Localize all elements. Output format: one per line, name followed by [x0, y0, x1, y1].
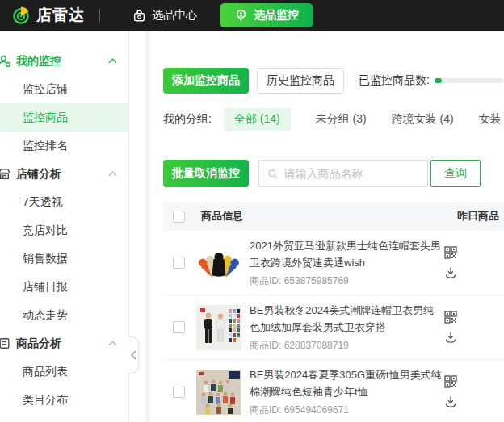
product-image[interactable] [196, 240, 242, 286]
monitored-count-label: 已监控商品数: [359, 73, 430, 88]
table-row: BE男装秋冬2024美式潮牌连帽卫衣男纯色加绒加厚套装男式卫衣穿搭 商品ID: … [163, 295, 504, 360]
sidebar-collapse-handle[interactable] [128, 336, 139, 374]
sidebar-item-competitor-compare[interactable]: 竞店对比 [0, 216, 128, 244]
group-tab-ungrouped[interactable]: 未分组 (3) [316, 112, 367, 127]
group-filter-label: 我的分组: [163, 112, 212, 127]
product-id: 商品ID: 695494069671 [250, 403, 442, 417]
select-all-checkbox[interactable] [173, 211, 185, 223]
top-header: 店雷达 选品中心 选品监控 [0, 0, 504, 31]
qrcode-icon[interactable] [444, 311, 457, 324]
sidebar-section-product-analysis[interactable]: 商品分析 [0, 329, 128, 357]
product-info: BE男装2024春夏季305G重磅t恤男美式纯棉潮牌纯色短袖青少年t恤 商品ID… [250, 366, 442, 417]
product-table: 商品信息 昨日商品 [163, 202, 504, 422]
group-tab-all[interactable]: 全部 (14) [224, 108, 291, 131]
sidebar-item-sales-data[interactable]: 销售数据 [0, 244, 128, 273]
batch-cancel-monitor-button[interactable]: 批量取消监控 [163, 160, 249, 187]
table-row: BE男装2024春夏季305G重磅t恤男美式纯棉潮牌纯色短袖青少年t恤 商品ID… [163, 360, 504, 422]
radar-icon [11, 6, 31, 25]
nav-monitor-label: 选品监控 [254, 8, 299, 23]
add-monitor-product-button[interactable]: 添加监控商品 [163, 68, 249, 94]
list-actions-bar: 批量取消监控 查询 [163, 160, 504, 187]
sidebar-item-shop-daily[interactable]: 店铺日报 [0, 273, 128, 301]
row-checkbox[interactable] [173, 321, 185, 333]
sidebar-item-monitor-rank[interactable]: 监控排名 [0, 132, 128, 160]
product-title[interactable]: 2021外贸亚马逊新款男士纯色连帽套头男卫衣跨境外贸速卖通wish [250, 237, 442, 271]
product-search-box[interactable] [258, 160, 428, 187]
product-id: 商品ID: 628837088719 [250, 339, 442, 353]
sidebar-item-monitor-product[interactable]: 监控商品 [0, 103, 128, 132]
download-icon[interactable] [444, 395, 457, 408]
sidebar-gutter [129, 31, 150, 422]
qrcode-icon[interactable] [444, 375, 457, 388]
row-checkbox[interactable] [173, 257, 185, 269]
chevron-left-icon [131, 350, 136, 360]
nav-item-selection-center[interactable]: 选品中心 [132, 8, 197, 23]
column-product-info: 商品信息 [201, 209, 243, 224]
sidebar-section-label: 店铺分析 [16, 167, 61, 182]
sidebar-item-product-list[interactable]: 商品列表 [0, 357, 128, 386]
table-row: 2021外贸亚马逊新款男士纯色连帽套头男卫衣跨境外贸速卖通wish 商品ID: … [163, 231, 504, 295]
group-tab-women[interactable]: 女装 (5) [479, 112, 504, 127]
sidebar-item-7day-view[interactable]: 7天透视 [0, 188, 128, 216]
history-monitor-product-button[interactable]: 历史监控商品 [257, 68, 344, 94]
sidebar-item-trend[interactable]: 动态走势 [0, 301, 128, 329]
search-input[interactable] [284, 167, 419, 180]
person-pin-icon [234, 9, 248, 23]
product-id: 商品ID: 653875985769 [250, 274, 442, 288]
app-root: 店雷达 选品中心 选品监控 [0, 0, 504, 422]
download-icon[interactable] [444, 266, 457, 279]
product-title[interactable]: BE男装秋冬2024美式潮牌连帽卫衣男纯色加绒加厚套装男式卫衣穿搭 [250, 302, 442, 336]
sidebar-item-monitor-shop[interactable]: 监控店铺 [0, 75, 128, 103]
column-yesterday: 昨日商品 [457, 209, 504, 224]
row-actions [444, 246, 457, 279]
query-button[interactable]: 查询 [430, 160, 481, 187]
chevron-up-icon [108, 341, 117, 346]
progress-fill [435, 78, 442, 83]
row-actions [444, 311, 457, 344]
product-info: BE男装秋冬2024美式潮牌连帽卫衣男纯色加绒加厚套装男式卫衣穿搭 商品ID: … [250, 302, 442, 353]
row-checkbox[interactable] [173, 386, 185, 398]
clipboard-icon [0, 336, 14, 350]
bag-icon [132, 9, 146, 23]
sidebar-section-shop-analysis[interactable]: 店铺分析 [0, 160, 128, 188]
group-tab-cross-border-women[interactable]: 跨境女装 (4) [392, 112, 454, 127]
sidebar-item-category-distribution[interactable]: 类目分布 [0, 386, 128, 414]
product-image[interactable] [196, 370, 242, 415]
row-actions [444, 375, 457, 408]
brand-name: 店雷达 [36, 5, 85, 26]
page-body: 我的监控 监控店铺 监控商品 监控排名 店铺分析 [0, 31, 504, 422]
qrcode-icon[interactable] [444, 246, 457, 259]
main-content: 添加监控商品 历史监控商品 已监控商品数: 我的分组: 全部 (14) 未分组 … [150, 31, 504, 422]
sidebar-section-label: 我的监控 [16, 54, 61, 69]
search-icon [267, 168, 278, 180]
toolbar: 添加监控商品 历史监控商品 已监控商品数: [163, 68, 504, 94]
product-info: 2021外贸亚马逊新款男士纯色连帽套头男卫衣跨境外贸速卖通wish 商品ID: … [250, 237, 442, 288]
group-filter-bar: 我的分组: 全部 (14) 未分组 (3) 跨境女装 (4) 女装 (5) [163, 107, 504, 132]
product-title[interactable]: BE男装2024春夏季305G重磅t恤男美式纯棉潮牌纯色短袖青少年t恤 [250, 366, 442, 400]
header-divider [99, 9, 100, 22]
brand-logo[interactable]: 店雷达 [11, 5, 85, 26]
product-image[interactable] [196, 305, 242, 350]
download-icon[interactable] [444, 331, 457, 344]
sidebar-section-my-monitor[interactable]: 我的监控 [0, 47, 128, 75]
nav-item-selection-monitor[interactable]: 选品监控 [220, 3, 313, 27]
monitored-count-progress [435, 78, 504, 83]
sidebar: 我的监控 监控店铺 监控商品 监控排名 店铺分析 [0, 31, 129, 422]
sidebar-section-label: 商品分析 [16, 336, 61, 351]
monitor-user-icon [0, 54, 14, 68]
shop-icon [0, 167, 14, 181]
chevron-up-icon [108, 171, 117, 177]
chevron-up-icon [108, 58, 117, 64]
nav-center-label: 选品中心 [152, 8, 197, 23]
table-header: 商品信息 昨日商品 [163, 202, 504, 231]
